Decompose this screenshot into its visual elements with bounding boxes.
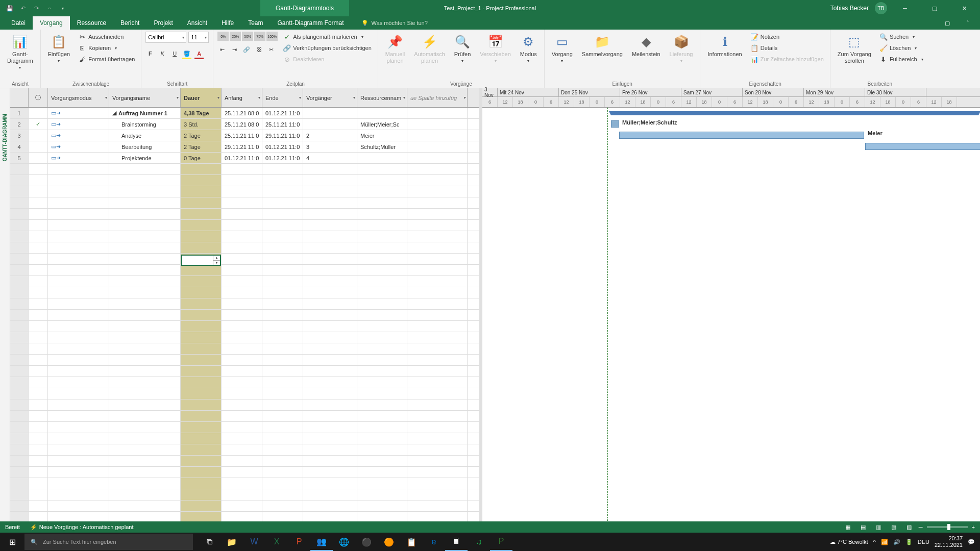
clear-button[interactable]: 🧹Löschen▾ xyxy=(877,43,925,53)
cell[interactable] xyxy=(10,231,29,242)
cell[interactable]: 5 xyxy=(10,153,29,163)
cell[interactable] xyxy=(29,444,48,455)
cell[interactable] xyxy=(357,500,407,511)
cell[interactable] xyxy=(303,433,357,444)
cell[interactable] xyxy=(29,254,48,264)
cell[interactable] xyxy=(10,310,29,320)
cell[interactable]: ▭➜ xyxy=(48,108,109,118)
windows-search[interactable]: 🔍 Zur Suche Text hier eingeben xyxy=(24,534,193,550)
cell[interactable] xyxy=(303,254,357,264)
font-family-select[interactable]: Calibri xyxy=(145,32,186,43)
cell[interactable]: ▭➜ xyxy=(48,130,109,141)
cell[interactable] xyxy=(303,456,357,466)
cell[interactable]: 01.12.21 11:0 xyxy=(262,153,303,163)
cell[interactable]: ✓ xyxy=(29,119,48,130)
cell[interactable] xyxy=(407,332,468,343)
table-row-empty[interactable] xyxy=(10,500,479,512)
view-report-button[interactable]: ▨ xyxy=(903,522,915,532)
cell[interactable] xyxy=(48,321,109,332)
table-row-empty[interactable] xyxy=(10,276,479,287)
cell[interactable] xyxy=(109,399,181,410)
cell[interactable] xyxy=(181,467,222,478)
cell[interactable] xyxy=(303,164,357,174)
cell[interactable] xyxy=(222,355,262,365)
cell[interactable] xyxy=(407,478,468,489)
cell[interactable] xyxy=(10,265,29,276)
cell[interactable] xyxy=(181,444,222,455)
cell[interactable] xyxy=(357,197,407,208)
cell[interactable] xyxy=(48,489,109,500)
cell[interactable] xyxy=(222,377,262,388)
task-bar-bearbeitung[interactable] xyxy=(865,143,980,150)
cell[interactable] xyxy=(29,164,48,174)
cell[interactable] xyxy=(357,108,407,118)
auto-schedule-button[interactable]: ⚡Automatisch planen xyxy=(411,32,448,66)
maximize-button[interactable]: ▢ xyxy=(923,0,946,16)
cut-button[interactable]: ✂Ausschneiden xyxy=(76,32,137,42)
cell[interactable] xyxy=(407,355,468,365)
pct-75-button[interactable]: 75% xyxy=(254,32,265,41)
table-row-empty[interactable] xyxy=(10,186,479,197)
cell[interactable] xyxy=(109,186,181,197)
cell[interactable] xyxy=(357,512,407,522)
cell[interactable] xyxy=(181,164,222,174)
cell[interactable] xyxy=(303,343,357,354)
cell[interactable] xyxy=(29,298,48,309)
cell[interactable] xyxy=(407,399,468,410)
cell[interactable] xyxy=(181,231,222,242)
app-icon-1[interactable]: 🟠 xyxy=(378,533,400,551)
tray-battery-icon[interactable]: 🔋 xyxy=(905,539,913,545)
cell[interactable]: ◢Auftrag Nummer 1 xyxy=(109,108,181,118)
cell[interactable] xyxy=(29,197,48,208)
minimize-button[interactable]: ─ xyxy=(893,0,917,16)
paste-button[interactable]: 📋 Einfügen ▾ xyxy=(45,32,73,66)
cell[interactable] xyxy=(357,231,407,242)
close-button[interactable]: ✕ xyxy=(952,0,976,16)
cell[interactable] xyxy=(262,388,303,399)
cell[interactable] xyxy=(10,175,29,186)
cell[interactable] xyxy=(222,242,262,253)
cell[interactable] xyxy=(222,388,262,399)
tell-me-search[interactable]: 💡 Was möchten Sie tun? xyxy=(361,16,428,30)
grid-body[interactable]: 1▭➜◢Auftrag Nummer 14,38 Tage25.11.21 08… xyxy=(10,108,479,533)
unlink-button[interactable]: ⛓ xyxy=(254,45,263,54)
cell[interactable] xyxy=(222,343,262,354)
cell[interactable] xyxy=(407,377,468,388)
cell[interactable] xyxy=(222,422,262,433)
cell[interactable] xyxy=(10,422,29,433)
table-row-empty[interactable] xyxy=(10,489,479,500)
cell[interactable] xyxy=(29,276,48,287)
cell[interactable] xyxy=(262,467,303,478)
view-resource-button[interactable]: ▧ xyxy=(888,522,899,532)
cell[interactable] xyxy=(357,265,407,276)
cell[interactable] xyxy=(357,321,407,332)
cell[interactable] xyxy=(48,276,109,287)
cell[interactable] xyxy=(109,310,181,320)
cell[interactable] xyxy=(181,500,222,511)
edge-icon[interactable]: e xyxy=(423,533,445,551)
cell[interactable]: ▭➜ xyxy=(48,119,109,130)
file-explorer-icon[interactable]: 📁 xyxy=(220,533,243,551)
cell[interactable]: 25.11.21 08:0 xyxy=(222,108,262,118)
cell[interactable] xyxy=(262,489,303,500)
cell[interactable] xyxy=(222,456,262,466)
cell[interactable] xyxy=(109,467,181,478)
cell[interactable] xyxy=(29,108,48,118)
scroll-to-task-button[interactable]: ⬚Zum Vorgang scrollen xyxy=(835,32,874,66)
cell[interactable] xyxy=(29,209,48,219)
find-button[interactable]: 🔍Suchen▾ xyxy=(877,32,925,42)
table-row[interactable]: 3▭➜Analyse2 Tage25.11.21 11:029.11.21 11… xyxy=(10,130,479,141)
tray-clock[interactable]: 20:37 22.11.2021 xyxy=(935,535,963,548)
cell[interactable] xyxy=(109,220,181,231)
cell[interactable] xyxy=(303,366,357,377)
cell[interactable] xyxy=(357,489,407,500)
cell[interactable] xyxy=(222,197,262,208)
collapse-ribbon-button[interactable]: ˆ xyxy=(960,16,976,30)
excel-icon[interactable]: X xyxy=(265,533,288,551)
cell[interactable]: 3 Std. xyxy=(181,119,222,130)
underline-button[interactable]: U xyxy=(170,49,179,58)
cell[interactable] xyxy=(357,153,407,163)
cell[interactable] xyxy=(303,411,357,421)
cell[interactable] xyxy=(109,489,181,500)
tray-chevron-icon[interactable]: ^ xyxy=(873,539,876,545)
